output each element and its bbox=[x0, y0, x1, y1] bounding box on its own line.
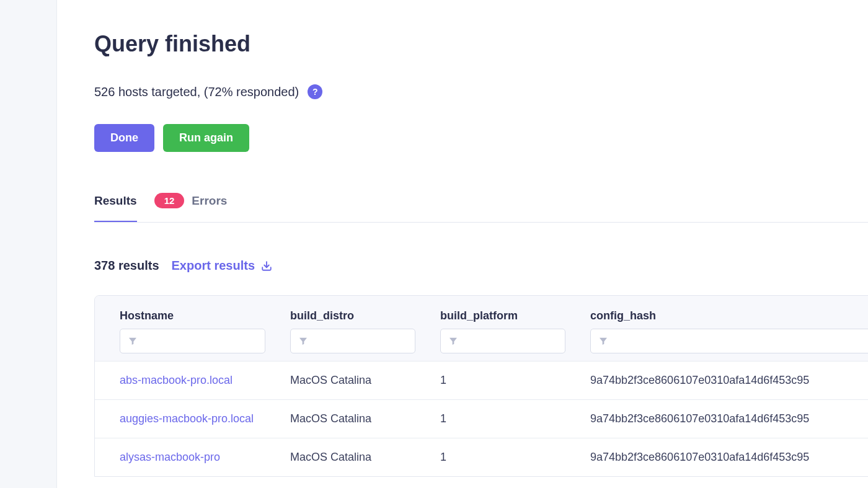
cell-build-platform: 1 bbox=[428, 400, 578, 438]
summary-text: 526 hosts targeted, (72% responded) bbox=[94, 85, 299, 99]
results-table-container: Hostname build_distro buil bbox=[94, 295, 868, 477]
table-row: auggies-macbook-pro.local MacOS Catalina… bbox=[95, 400, 868, 438]
download-icon bbox=[261, 260, 272, 272]
cell-config-hash: 9a74bb2f3ce8606107e0310afa14d6f453c95 bbox=[578, 362, 868, 400]
done-button[interactable]: Done bbox=[94, 124, 154, 152]
col-label: build_platform bbox=[440, 309, 518, 322]
page-title: Query finished bbox=[94, 31, 868, 57]
col-header-hostname: Hostname bbox=[95, 296, 278, 362]
filter-icon bbox=[448, 336, 458, 346]
summary-row: 526 hosts targeted, (72% responded) ? bbox=[94, 84, 868, 99]
filter-input-build-platform[interactable] bbox=[440, 329, 565, 353]
col-label: Hostname bbox=[120, 309, 174, 322]
table-row: abs-macbook-pro.local MacOS Catalina 1 9… bbox=[95, 362, 868, 400]
tab-errors[interactable]: 12 Errors bbox=[154, 193, 228, 222]
tab-results[interactable]: Results bbox=[94, 194, 137, 221]
filter-input-hostname[interactable] bbox=[120, 329, 265, 353]
help-icon[interactable]: ? bbox=[308, 84, 322, 99]
results-table: Hostname build_distro buil bbox=[95, 296, 868, 476]
col-label: build_distro bbox=[290, 309, 354, 322]
results-meta: 378 results Export results bbox=[94, 259, 868, 273]
tabs: Results 12 Errors bbox=[94, 193, 868, 223]
cell-config-hash: 9a74bb2f3ce8606107e0310afa14d6f453c95 bbox=[578, 438, 868, 477]
filter-icon bbox=[298, 336, 308, 346]
col-header-build-distro: build_distro bbox=[278, 296, 428, 362]
export-results-link[interactable]: Export results bbox=[172, 259, 272, 273]
hostname-link[interactable]: abs-macbook-pro.local bbox=[120, 374, 232, 386]
col-header-build-platform: build_platform bbox=[428, 296, 578, 362]
col-header-config-hash: config_hash bbox=[578, 296, 868, 362]
tab-errors-label: Errors bbox=[192, 194, 227, 208]
filter-input-build-distro[interactable] bbox=[290, 329, 415, 353]
results-count: 378 results bbox=[94, 259, 159, 273]
errors-count-badge: 12 bbox=[154, 193, 185, 208]
run-again-button[interactable]: Run again bbox=[163, 124, 249, 152]
cell-build-distro: MacOS Catalina bbox=[278, 400, 428, 438]
main-content: Query finished 526 hosts targeted, (72% … bbox=[57, 0, 868, 488]
col-label: config_hash bbox=[590, 309, 656, 322]
filter-icon bbox=[598, 336, 608, 346]
table-row: alysas-macbook-pro MacOS Catalina 1 9a74… bbox=[95, 438, 868, 477]
cell-build-distro: MacOS Catalina bbox=[278, 362, 428, 400]
action-buttons: Done Run again bbox=[94, 124, 868, 152]
filter-icon bbox=[128, 336, 138, 346]
hostname-link[interactable]: auggies-macbook-pro.local bbox=[120, 412, 254, 425]
tab-results-label: Results bbox=[94, 194, 137, 208]
export-results-label: Export results bbox=[172, 259, 255, 273]
sidebar bbox=[0, 0, 57, 488]
cell-build-platform: 1 bbox=[428, 438, 578, 477]
cell-config-hash: 9a74bb2f3ce8606107e0310afa14d6f453c95 bbox=[578, 400, 868, 438]
filter-input-config-hash[interactable] bbox=[590, 329, 868, 353]
cell-build-platform: 1 bbox=[428, 362, 578, 400]
hostname-link[interactable]: alysas-macbook-pro bbox=[120, 451, 220, 463]
cell-build-distro: MacOS Catalina bbox=[278, 438, 428, 477]
